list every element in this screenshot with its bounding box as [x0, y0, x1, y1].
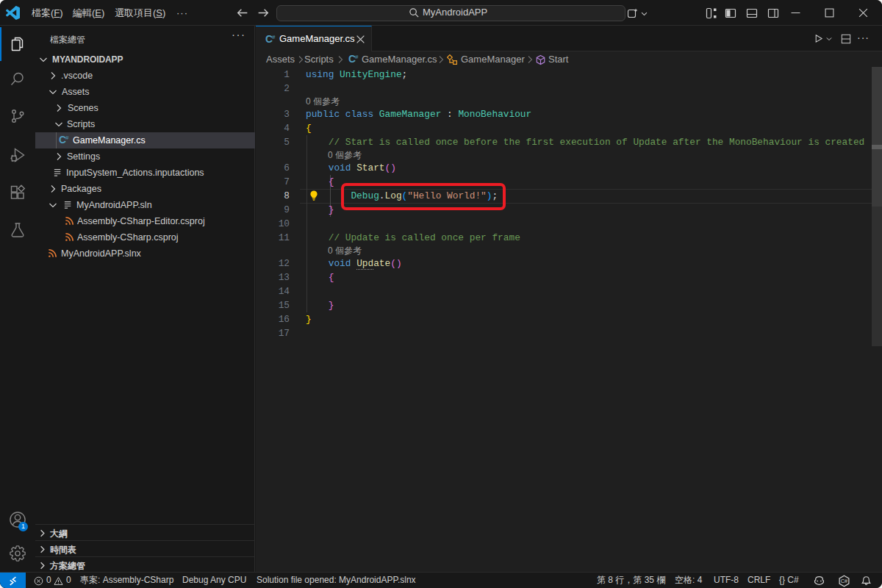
svg-text:#: # — [355, 54, 359, 60]
svg-text:C#: C# — [841, 578, 848, 584]
svg-text:#: # — [65, 135, 69, 141]
svg-text:#: # — [272, 34, 276, 40]
